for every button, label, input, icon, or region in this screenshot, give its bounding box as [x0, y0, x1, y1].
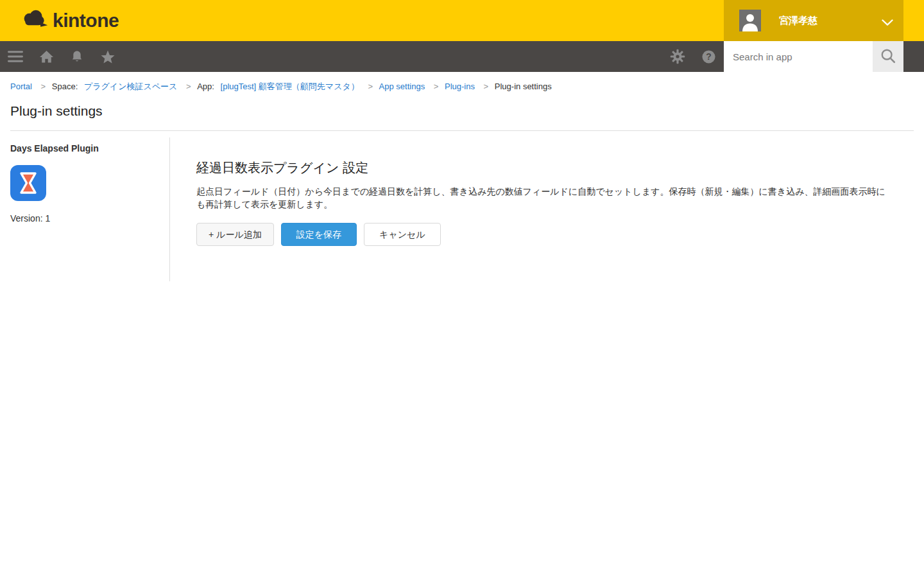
chevron-down-icon	[882, 17, 893, 29]
breadcrumb-portal-link[interactable]: Portal	[10, 82, 32, 91]
toolbar-right: ?	[670, 41, 903, 72]
user-avatar-icon	[739, 10, 761, 31]
favorites-star-icon[interactable]	[100, 41, 116, 72]
gear-icon[interactable]	[670, 41, 685, 72]
plugin-info-sidebar: Days Elapsed Plugin Version: 1	[10, 137, 170, 281]
breadcrumb-separator: >	[186, 82, 191, 91]
plugin-settings-heading: 経過日数表示プラグイン 設定	[196, 159, 894, 177]
toolbar: ?	[0, 41, 924, 72]
plugin-settings-description: 起点日フィールド（日付）から今日までの経過日数を計算し、書き込み先の数値フィール…	[196, 185, 894, 211]
breadcrumb: Portal > Space: プラグイン検証スペース > App: [plug…	[0, 72, 924, 92]
breadcrumb-space-prefix: Space:	[52, 82, 78, 91]
search-input[interactable]	[724, 41, 873, 72]
breadcrumb-app-settings-link[interactable]: App settings	[379, 82, 425, 91]
page-title: Plug-in settings	[10, 102, 914, 120]
svg-text:?: ?	[706, 51, 711, 62]
user-name: 宮澤孝慈	[779, 15, 817, 27]
search-icon	[880, 48, 896, 66]
plugin-version: Version: 1	[10, 213, 169, 223]
breadcrumb-plugins-link[interactable]: Plug-ins	[445, 82, 475, 91]
plugin-settings-panel: 経過日数表示プラグイン 設定 起点日フィールド（日付）から今日までの経過日数を計…	[170, 137, 914, 281]
breadcrumb-separator: >	[368, 82, 373, 91]
toolbar-left	[8, 41, 116, 72]
home-icon[interactable]	[38, 41, 54, 72]
breadcrumb-app-link[interactable]: [plugTest] 顧客管理（顧問先マスタ）	[221, 82, 359, 91]
kintone-cloud-logo-icon	[22, 8, 49, 33]
breadcrumb-separator: >	[434, 82, 439, 91]
kintone-logo[interactable]: kintone	[22, 0, 119, 41]
plugin-name: Days Elapsed Plugin	[10, 143, 169, 153]
notifications-bell-icon[interactable]	[69, 41, 85, 72]
cancel-button[interactable]: キャンセル	[364, 223, 441, 246]
user-menu[interactable]: 宮澤孝慈	[724, 0, 903, 41]
breadcrumb-separator: >	[41, 82, 46, 91]
help-icon[interactable]: ?	[701, 41, 716, 72]
button-row: + ルール追加 設定を保存 キャンセル	[196, 223, 894, 246]
title-divider	[10, 130, 914, 131]
hourglass-plugin-icon	[10, 165, 46, 201]
breadcrumb-current: Plug-in settings	[495, 82, 552, 91]
breadcrumb-app-prefix: App:	[197, 82, 214, 91]
hamburger-menu-icon[interactable]	[8, 41, 23, 72]
add-rule-button[interactable]: + ルール追加	[196, 223, 274, 246]
breadcrumb-separator: >	[484, 82, 489, 91]
breadcrumb-space-link[interactable]: プラグイン検証スペース	[84, 82, 177, 91]
app-search	[724, 41, 903, 72]
logo-wordmark: kintone	[53, 10, 119, 31]
plugin-settings-content: Days Elapsed Plugin Version: 1 経過日数表示プラグ…	[10, 137, 914, 281]
save-settings-button[interactable]: 設定を保存	[281, 223, 357, 246]
app-header: kintone 宮澤孝慈	[0, 0, 924, 41]
search-button[interactable]	[873, 41, 903, 72]
